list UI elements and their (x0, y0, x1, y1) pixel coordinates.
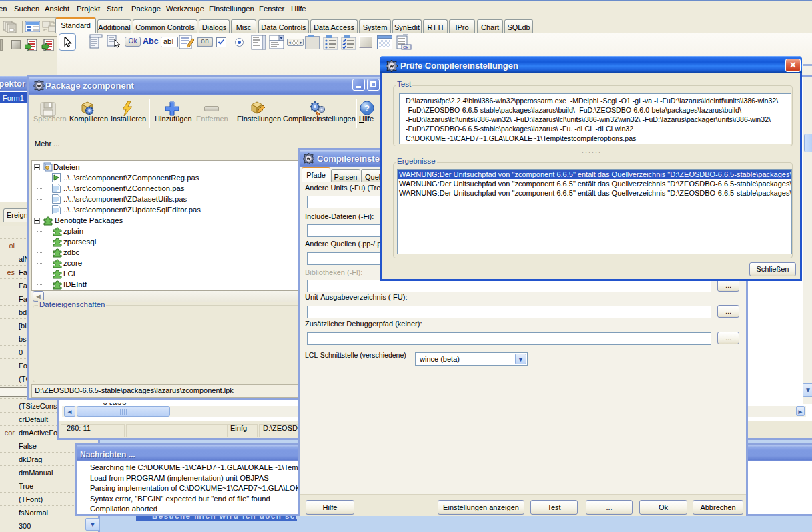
svg-text:?: ? (364, 103, 370, 113)
svg-text:Ok: Ok (403, 45, 409, 49)
